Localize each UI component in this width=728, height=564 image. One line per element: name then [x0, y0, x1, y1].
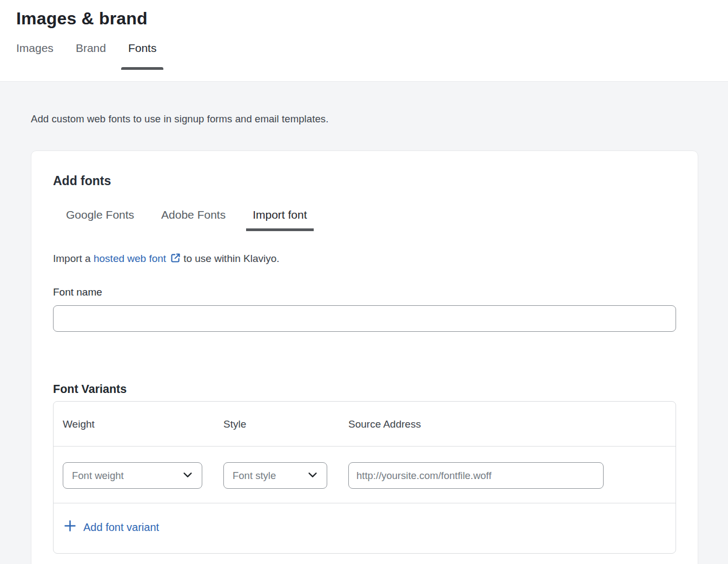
tab-images[interactable]: Images — [16, 42, 54, 70]
tab-import-font[interactable]: Import font — [246, 208, 313, 231]
import-intro-text: Import a hosted web fontto use within Kl… — [53, 252, 676, 266]
page-body: Add custom web fonts to use in signup fo… — [0, 82, 728, 564]
tab-adobe-fonts[interactable]: Adobe Fonts — [155, 208, 232, 231]
hosted-web-font-link[interactable]: hosted web font — [94, 253, 166, 264]
page-tab-bar: Images Brand Fonts — [16, 42, 712, 70]
add-font-variant-label: Add font variant — [83, 521, 159, 534]
font-style-select-value: Font style — [233, 470, 276, 482]
variants-footer-row: Add font variant — [54, 503, 676, 553]
variant-row: Font weight Font style — [54, 446, 676, 503]
add-font-variant-button[interactable]: Add font variant — [63, 519, 159, 536]
font-name-label: Font name — [53, 286, 676, 298]
page-description: Add custom web fonts to use in signup fo… — [31, 113, 698, 125]
column-header-style: Style — [214, 418, 339, 430]
tab-brand[interactable]: Brand — [76, 42, 106, 70]
card-tab-bar: Google Fonts Adobe Fonts Import font — [59, 208, 676, 231]
variants-header-row: Weight Style Source Address — [54, 402, 676, 446]
chevron-down-icon — [307, 469, 319, 483]
column-header-weight: Weight — [54, 418, 214, 430]
chevron-down-icon — [182, 469, 194, 483]
card-title: Add fonts — [53, 174, 676, 188]
tab-google-fonts[interactable]: Google Fonts — [59, 208, 141, 231]
tab-fonts[interactable]: Fonts — [128, 42, 157, 70]
external-link-icon[interactable] — [170, 252, 181, 266]
plus-icon — [63, 519, 77, 536]
font-style-select[interactable]: Font style — [223, 462, 327, 489]
font-variants-table: Weight Style Source Address Font weight … — [53, 401, 676, 554]
page-header: Images & brand Images Brand Fonts — [0, 0, 728, 82]
column-header-source-address: Source Address — [339, 418, 676, 430]
intro-prefix: Import a — [53, 253, 91, 264]
add-fonts-card: Add fonts Google Fonts Adobe Fonts Impor… — [31, 150, 698, 564]
source-address-input[interactable] — [348, 462, 604, 489]
font-name-input[interactable] — [53, 305, 676, 332]
page-title: Images & brand — [16, 9, 712, 29]
intro-suffix: to use within Klaviyo. — [183, 253, 279, 264]
font-weight-select-value: Font weight — [72, 470, 124, 482]
font-variants-title: Font Variants — [53, 383, 676, 396]
font-weight-select[interactable]: Font weight — [63, 462, 202, 489]
